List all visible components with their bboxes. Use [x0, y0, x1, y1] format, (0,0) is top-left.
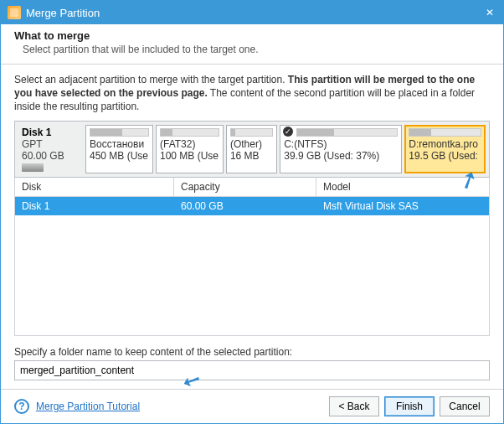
partition-label: Восстанови	[90, 138, 149, 150]
close-icon[interactable]: ✕	[483, 7, 496, 18]
cell-disk: Disk 1	[15, 197, 174, 215]
partition-size: 100 MB (Use	[160, 150, 219, 162]
instruction-pre: Select an adjacent partition to merge wi…	[14, 74, 288, 85]
partition-d-selected[interactable]: D:remontka.pro 19.5 GB (Used:	[404, 125, 486, 173]
disk-icon	[22, 163, 44, 172]
partition-c[interactable]: ✓ C:(NTFS) 39.9 GB (Used: 37%)	[280, 125, 402, 173]
folder-name-input[interactable]	[14, 360, 490, 380]
window-title: Merge Partition	[26, 7, 483, 19]
disk-map: Disk 1 GPT 60.00 GB Восстанови 450 MB (U…	[14, 121, 490, 178]
cell-model: Msft Virtual Disk SAS	[316, 197, 489, 215]
table-row[interactable]: Disk 1 60.00 GB Msft Virtual Disk SAS	[15, 197, 489, 215]
instruction-text: Select an adjacent partition to merge wi…	[14, 73, 490, 114]
help-icon[interactable]: ?	[14, 399, 29, 414]
merge-partition-dialog: Merge Partition ✕ What to merge Select p…	[0, 0, 504, 424]
disk-header: Disk 1 GPT 60.00 GB	[18, 125, 83, 173]
partition-size: 16 MB	[230, 150, 273, 162]
header: What to merge Select partition that will…	[1, 24, 503, 65]
partition-label: (FAT32)	[160, 138, 219, 150]
page-title: What to merge	[14, 29, 490, 42]
tutorial-link[interactable]: Merge Partition Tutorial	[36, 401, 140, 412]
disk-type: GPT	[22, 138, 80, 150]
back-button[interactable]: < Back	[329, 396, 379, 416]
cancel-button[interactable]: Cancel	[440, 396, 490, 416]
cell-capacity: 60.00 GB	[174, 197, 316, 215]
col-header-disk[interactable]: Disk	[15, 178, 174, 196]
partition-size: 39.9 GB (Used: 37%)	[284, 150, 398, 162]
partition-recovery[interactable]: Восстанови 450 MB (Use	[85, 125, 153, 173]
col-header-capacity[interactable]: Capacity	[174, 178, 316, 196]
partition-size: 19.5 GB (Used:	[409, 150, 481, 162]
disk-table-body: Disk 1 60.00 GB Msft Virtual Disk SAS	[14, 197, 490, 336]
partition-other[interactable]: (Other) 16 MB	[226, 125, 277, 173]
titlebar: Merge Partition ✕	[1, 1, 503, 24]
partition-fat32[interactable]: (FAT32) 100 MB (Use	[156, 125, 224, 173]
partition-label: C:(NTFS)	[284, 138, 398, 150]
check-icon: ✓	[283, 127, 293, 137]
page-subtitle: Select partition that will be included t…	[14, 44, 490, 55]
disk-table-header: Disk Capacity Model	[14, 178, 490, 197]
col-header-model[interactable]: Model	[316, 178, 489, 196]
partition-label: D:remontka.pro	[409, 138, 481, 150]
app-icon	[8, 6, 21, 19]
partition-label: (Other)	[230, 138, 273, 150]
footer: ? Merge Partition Tutorial < Back Finish…	[1, 389, 503, 423]
folder-name-label: Specify a folder name to keep content of…	[14, 346, 490, 358]
disk-name: Disk 1	[22, 127, 80, 138]
body: Select an adjacent partition to merge wi…	[1, 65, 503, 389]
partition-size: 450 MB (Use	[90, 150, 149, 162]
finish-button[interactable]: Finish	[384, 396, 435, 416]
disk-size: 60.00 GB	[22, 150, 80, 162]
